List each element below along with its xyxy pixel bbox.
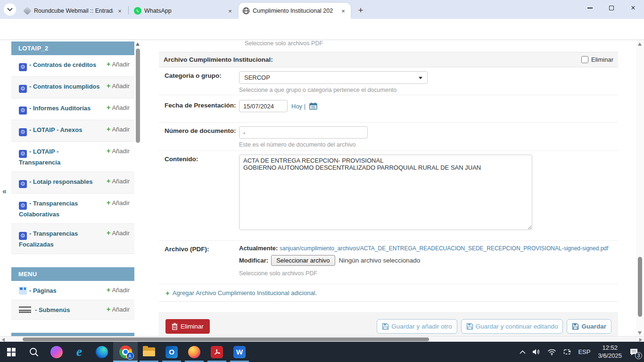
new-tab-button[interactable]: + [355, 4, 367, 16]
add-link[interactable]: +Añadir [107, 103, 130, 111]
globe-favicon [242, 7, 250, 15]
acrobat-icon[interactable] [206, 342, 228, 362]
eliminar-button[interactable]: Eliminar [165, 319, 210, 334]
display-connect-icon[interactable] [560, 342, 575, 362]
add-link[interactable]: +Añadir [107, 60, 130, 68]
internet-explorer-icon[interactable]: e [68, 342, 91, 362]
sidebar-item-lotaip-anexos[interactable]: ⚙- LOTAIP - Anexos +Añadir [11, 120, 134, 142]
language-indicator[interactable]: ESP [575, 342, 594, 362]
field-help: Este es el número de documento del archi… [239, 141, 618, 148]
calendar-icon[interactable] [309, 102, 317, 110]
tab-whatsapp[interactable]: WhatsApp × [130, 3, 238, 19]
scroll-down-arrow[interactable] [638, 331, 642, 335]
tab-close-icon[interactable]: × [339, 7, 347, 15]
tab-roundcube[interactable]: Roundcube Webmail :: Entrada × [20, 3, 127, 19]
sidebar-item-paginas[interactable]: - Páginas +Añadir [11, 281, 134, 300]
clock-date: 3/6/2025 [598, 352, 622, 360]
save-icon [466, 323, 473, 330]
pages-layout-icon [19, 287, 27, 295]
add-archivo-link[interactable]: Agregar Archivo Cumplimiento Institucion… [173, 289, 317, 296]
submit-row: Eliminar Guardar y añadir otro Guardar y… [159, 312, 618, 336]
gear-icon: ⚙ [19, 85, 27, 93]
scrollbar-thumb[interactable] [23, 337, 429, 341]
system-tray: ESP 12:523/6/2025 3 [516, 342, 644, 362]
sidebar-item-lotaip-responsables[interactable]: ⚙- Lotaip responsables +Añadir [11, 172, 134, 194]
window-minimize-button[interactable] [579, 0, 601, 16]
clock-time: 12:52 [598, 344, 622, 352]
add-link[interactable]: +Añadir [107, 305, 130, 313]
firefox-icon[interactable] [183, 342, 206, 362]
current-file-link[interactable]: sanjuan/cumplimiento_archivos/ACTA_DE_EN… [280, 245, 608, 252]
notification-center-icon[interactable]: 3 [626, 342, 644, 362]
sidebar-scrollbar[interactable] [135, 41, 140, 336]
sidebar-item-lotaip-transparencia[interactable]: ⚙- LOTAIP - Transparencia +Añadir [11, 142, 134, 172]
categoria-select[interactable]: SERCOP [239, 71, 428, 84]
notification-badge: 3 [635, 352, 642, 359]
add-link[interactable]: +Añadir [107, 177, 130, 185]
clock[interactable]: 12:523/6/2025 [594, 342, 626, 362]
add-link[interactable]: +Añadir [107, 229, 130, 237]
start-button[interactable] [0, 342, 23, 362]
sidebar-item-contratos-incumplidos[interactable]: ⚙- Contratos incumplidos +Añadir [11, 77, 134, 99]
sidebar-item-transparencias-focalizadas[interactable]: ⚙- Transparencias Focalizadas +Añadir [11, 224, 134, 254]
fecha-input[interactable] [239, 100, 288, 112]
chrome-icon-active[interactable] [113, 342, 138, 362]
whatsapp-favicon [134, 7, 141, 15]
admin-sidebar: LOTAIP_2 ⚙- Contratos de créditos +Añadi… [11, 41, 134, 336]
add-link[interactable]: +Añadir [107, 147, 130, 155]
taskbar-search-button[interactable] [23, 342, 45, 362]
scroll-left-arrow[interactable] [2, 338, 5, 342]
field-row-numero: Número de documento: Este es el número d… [159, 123, 618, 151]
guardar-anadir-otro-button[interactable]: Guardar y añadir otro [377, 319, 457, 334]
eliminar-checkbox[interactable] [581, 56, 588, 63]
copilot-icon[interactable] [45, 342, 68, 362]
sidebar-item-contratos-creditos[interactable]: ⚙- Contratos de créditos +Añadir [11, 55, 134, 77]
page-vertical-scrollbar[interactable] [636, 40, 644, 336]
gear-icon: ⚙ [19, 232, 27, 240]
scrollbar-thumb[interactable] [136, 49, 140, 143]
tab-title: Cumplimiento Institucional 202 [253, 8, 337, 14]
scrollbar-thumb[interactable] [638, 257, 642, 317]
tab-close-icon[interactable]: × [116, 7, 124, 15]
numero-documento-input[interactable] [239, 126, 368, 139]
sidebar-section-menu: MENU [11, 267, 134, 281]
gear-icon: ⚙ [19, 107, 27, 115]
window-controls: × [579, 0, 644, 16]
chrome-profile-badge [126, 352, 134, 360]
sidebar-item-informes-auditorias[interactable]: ⚙- Informes Auditorías +Añadir [11, 99, 134, 120]
scroll-right-arrow[interactable] [639, 338, 642, 342]
window-close-button[interactable]: × [622, 0, 644, 16]
tab-search-button[interactable] [4, 3, 16, 16]
sidebar-item-transparencias-colaborativas[interactable]: ⚙- Transparencias Colaborativas +Añadir [11, 194, 134, 224]
edge-icon[interactable] [91, 342, 113, 362]
wifi-icon[interactable] [544, 342, 560, 362]
sidebar-item-submenus[interactable]: - Submenús +Añadir [11, 300, 134, 320]
gear-icon: ⚙ [19, 128, 27, 136]
tab-cumplimiento-active[interactable]: Cumplimiento Institucional 202 × [239, 3, 351, 19]
contenido-textarea[interactable]: ACTA DE ENTREGA RECEPCION- PROVISIONAL G… [239, 155, 532, 230]
volume-icon[interactable] [529, 342, 544, 362]
add-link[interactable]: +Añadir [107, 125, 130, 133]
guardar-button[interactable]: Guardar [567, 319, 611, 334]
tray-chevron-up-icon[interactable] [516, 342, 529, 362]
trash-icon [172, 323, 178, 330]
add-link[interactable]: +Añadir [107, 286, 130, 294]
tab-close-icon[interactable]: × [226, 7, 234, 15]
tab-title: WhatsApp [144, 8, 223, 14]
seleccionar-archivo-button[interactable]: Seleccionar archivo [271, 255, 335, 266]
gear-icon: ⚙ [19, 63, 27, 71]
outlook-icon[interactable]: O [160, 342, 183, 362]
add-link[interactable]: +Añadir [107, 198, 130, 206]
word-icon[interactable]: W [228, 342, 251, 362]
file-explorer-icon[interactable] [138, 342, 160, 362]
chevron-down-icon [7, 8, 13, 11]
page-horizontal-scrollbar[interactable] [0, 336, 644, 342]
scroll-up-arrow[interactable] [638, 42, 642, 46]
hoy-link[interactable]: Hoy | [291, 103, 305, 110]
window-restore-button[interactable] [601, 0, 622, 16]
add-link[interactable]: +Añadir [107, 82, 130, 90]
sidebar-collapse-toggle[interactable]: « [2, 187, 7, 196]
guardar-continuar-button[interactable]: Guardar y continuar editando [461, 319, 563, 334]
gear-icon: ⚙ [19, 150, 27, 158]
scroll-up-arrow[interactable] [136, 42, 140, 46]
